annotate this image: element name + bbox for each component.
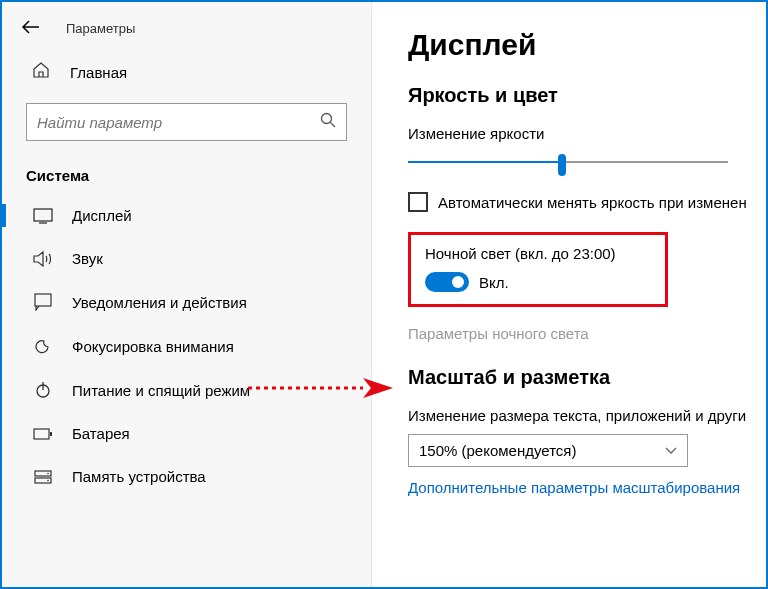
toggle-switch[interactable] bbox=[425, 272, 469, 292]
chevron-down-icon bbox=[665, 444, 677, 458]
scale-section-title: Масштаб и разметка bbox=[408, 366, 766, 389]
search-box[interactable] bbox=[26, 103, 347, 141]
sound-icon bbox=[32, 251, 54, 267]
search-input[interactable] bbox=[37, 114, 320, 131]
night-light-title: Ночной свет (вкл. до 23:00) bbox=[425, 245, 651, 262]
sidebar-item-storage[interactable]: Память устройства bbox=[2, 455, 371, 498]
notifications-icon bbox=[32, 293, 54, 311]
sidebar-item-power[interactable]: Питание и спящий режим bbox=[2, 368, 371, 412]
checkbox-icon[interactable] bbox=[408, 192, 428, 212]
toggle-state-label: Вкл. bbox=[479, 274, 509, 291]
storage-icon bbox=[32, 470, 54, 484]
sidebar: Параметры Главная Система Дисплей bbox=[2, 2, 372, 587]
svg-rect-4 bbox=[35, 294, 51, 306]
sidebar-item-label: Фокусировка внимания bbox=[72, 338, 234, 355]
svg-rect-7 bbox=[34, 429, 49, 439]
main-content: Дисплей Яркость и цвет Изменение яркости… bbox=[372, 2, 766, 587]
sidebar-item-notifications[interactable]: Уведомления и действия bbox=[2, 280, 371, 324]
toggle-knob bbox=[452, 276, 464, 288]
dropdown-value: 150% (рекомендуется) bbox=[419, 442, 576, 459]
slider-fill bbox=[408, 161, 562, 163]
category-label: Система bbox=[2, 155, 371, 194]
svg-point-0 bbox=[322, 114, 332, 124]
home-link[interactable]: Главная bbox=[2, 47, 371, 97]
sidebar-item-battery[interactable]: Батарея bbox=[2, 412, 371, 455]
home-icon bbox=[32, 61, 50, 83]
power-icon bbox=[32, 381, 54, 399]
night-light-settings-link[interactable]: Параметры ночного света bbox=[408, 325, 766, 342]
scale-label: Изменение размера текста, приложений и д… bbox=[408, 407, 766, 424]
focus-icon bbox=[32, 337, 54, 355]
scale-dropdown[interactable]: 150% (рекомендуется) bbox=[408, 434, 688, 467]
svg-point-11 bbox=[47, 472, 49, 474]
auto-brightness-label: Автоматически менять яркость при изменен bbox=[438, 194, 747, 211]
sidebar-item-sound[interactable]: Звук bbox=[2, 237, 371, 280]
sidebar-item-label: Звук bbox=[72, 250, 103, 267]
svg-rect-8 bbox=[50, 432, 52, 436]
sidebar-item-label: Дисплей bbox=[72, 207, 132, 224]
brightness-slider[interactable] bbox=[408, 152, 728, 172]
sidebar-item-label: Память устройства bbox=[72, 468, 206, 485]
svg-line-1 bbox=[331, 123, 336, 128]
header-row: Параметры bbox=[2, 2, 371, 47]
page-title: Дисплей bbox=[408, 28, 766, 62]
night-light-highlight-box: Ночной свет (вкл. до 23:00) Вкл. bbox=[408, 232, 668, 307]
home-label: Главная bbox=[70, 64, 127, 81]
window-title: Параметры bbox=[66, 21, 135, 36]
sidebar-item-label: Батарея bbox=[72, 425, 130, 442]
svg-rect-2 bbox=[34, 209, 52, 221]
sidebar-item-focus[interactable]: Фокусировка внимания bbox=[2, 324, 371, 368]
sidebar-item-label: Питание и спящий режим bbox=[72, 382, 250, 399]
back-arrow-icon[interactable] bbox=[22, 18, 40, 39]
night-light-toggle-row[interactable]: Вкл. bbox=[425, 272, 651, 292]
battery-icon bbox=[32, 428, 54, 440]
svg-point-12 bbox=[47, 479, 49, 481]
sidebar-item-display[interactable]: Дисплей bbox=[2, 194, 371, 237]
brightness-section-title: Яркость и цвет bbox=[408, 84, 766, 107]
search-icon bbox=[320, 112, 336, 132]
auto-brightness-row[interactable]: Автоматически менять яркость при изменен bbox=[408, 192, 766, 212]
sidebar-item-label: Уведомления и действия bbox=[72, 294, 247, 311]
display-icon bbox=[32, 208, 54, 224]
slider-thumb[interactable] bbox=[558, 154, 566, 176]
advanced-scale-link[interactable]: Дополнительные параметры масштабирования bbox=[408, 479, 766, 496]
brightness-label: Изменение яркости bbox=[408, 125, 766, 142]
